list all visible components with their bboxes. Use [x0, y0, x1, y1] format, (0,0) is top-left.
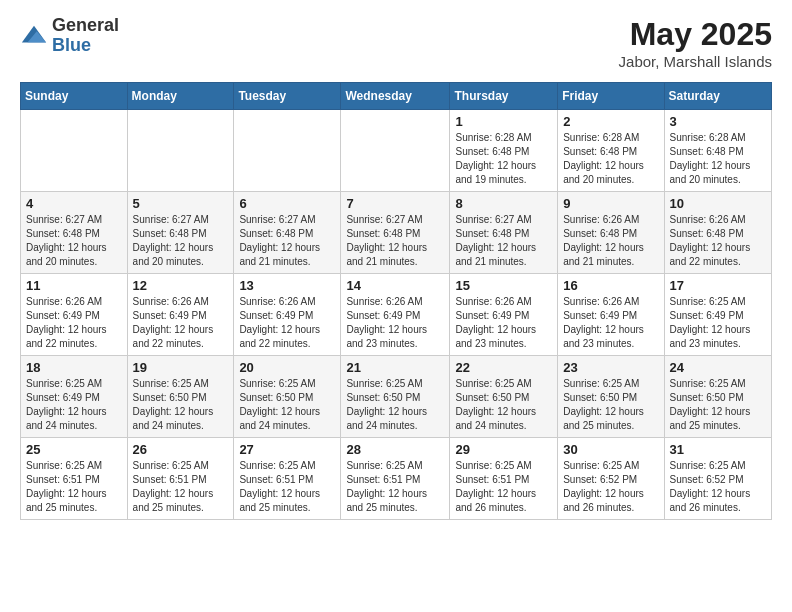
day-number: 14 [346, 278, 444, 293]
day-of-week-header: Tuesday [234, 83, 341, 110]
day-number: 17 [670, 278, 766, 293]
day-number: 15 [455, 278, 552, 293]
day-of-week-header: Wednesday [341, 83, 450, 110]
day-number: 12 [133, 278, 229, 293]
day-info: Sunrise: 6:25 AM Sunset: 6:50 PM Dayligh… [455, 377, 552, 433]
day-number: 7 [346, 196, 444, 211]
day-info: Sunrise: 6:25 AM Sunset: 6:52 PM Dayligh… [563, 459, 658, 515]
day-number: 13 [239, 278, 335, 293]
calendar-cell [127, 110, 234, 192]
calendar-cell: 2Sunrise: 6:28 AM Sunset: 6:48 PM Daylig… [558, 110, 664, 192]
day-number: 10 [670, 196, 766, 211]
calendar-cell: 3Sunrise: 6:28 AM Sunset: 6:48 PM Daylig… [664, 110, 771, 192]
calendar-cell: 29Sunrise: 6:25 AM Sunset: 6:51 PM Dayli… [450, 438, 558, 520]
day-number: 8 [455, 196, 552, 211]
calendar-cell: 18Sunrise: 6:25 AM Sunset: 6:49 PM Dayli… [21, 356, 128, 438]
day-number: 1 [455, 114, 552, 129]
calendar-table: SundayMondayTuesdayWednesdayThursdayFrid… [20, 82, 772, 520]
day-info: Sunrise: 6:26 AM Sunset: 6:49 PM Dayligh… [455, 295, 552, 351]
header: General Blue May 2025 Jabor, Marshall Is… [20, 16, 772, 70]
calendar-cell: 12Sunrise: 6:26 AM Sunset: 6:49 PM Dayli… [127, 274, 234, 356]
day-number: 22 [455, 360, 552, 375]
calendar-cell: 10Sunrise: 6:26 AM Sunset: 6:48 PM Dayli… [664, 192, 771, 274]
day-number: 11 [26, 278, 122, 293]
calendar-cell: 27Sunrise: 6:25 AM Sunset: 6:51 PM Dayli… [234, 438, 341, 520]
day-number: 6 [239, 196, 335, 211]
day-number: 29 [455, 442, 552, 457]
day-number: 16 [563, 278, 658, 293]
day-of-week-header: Thursday [450, 83, 558, 110]
day-info: Sunrise: 6:27 AM Sunset: 6:48 PM Dayligh… [346, 213, 444, 269]
day-number: 21 [346, 360, 444, 375]
day-info: Sunrise: 6:26 AM Sunset: 6:48 PM Dayligh… [670, 213, 766, 269]
day-info: Sunrise: 6:26 AM Sunset: 6:49 PM Dayligh… [563, 295, 658, 351]
day-info: Sunrise: 6:27 AM Sunset: 6:48 PM Dayligh… [133, 213, 229, 269]
day-number: 25 [26, 442, 122, 457]
calendar-week-row: 1Sunrise: 6:28 AM Sunset: 6:48 PM Daylig… [21, 110, 772, 192]
calendar-cell: 24Sunrise: 6:25 AM Sunset: 6:50 PM Dayli… [664, 356, 771, 438]
day-info: Sunrise: 6:26 AM Sunset: 6:49 PM Dayligh… [239, 295, 335, 351]
calendar-cell: 8Sunrise: 6:27 AM Sunset: 6:48 PM Daylig… [450, 192, 558, 274]
day-info: Sunrise: 6:28 AM Sunset: 6:48 PM Dayligh… [455, 131, 552, 187]
calendar-cell: 9Sunrise: 6:26 AM Sunset: 6:48 PM Daylig… [558, 192, 664, 274]
day-number: 18 [26, 360, 122, 375]
logo-icon [20, 22, 48, 50]
day-info: Sunrise: 6:25 AM Sunset: 6:51 PM Dayligh… [455, 459, 552, 515]
day-of-week-header: Monday [127, 83, 234, 110]
day-number: 30 [563, 442, 658, 457]
calendar-cell: 6Sunrise: 6:27 AM Sunset: 6:48 PM Daylig… [234, 192, 341, 274]
day-info: Sunrise: 6:27 AM Sunset: 6:48 PM Dayligh… [26, 213, 122, 269]
day-info: Sunrise: 6:28 AM Sunset: 6:48 PM Dayligh… [563, 131, 658, 187]
calendar-cell [341, 110, 450, 192]
day-number: 9 [563, 196, 658, 211]
calendar-cell [21, 110, 128, 192]
calendar-cell: 25Sunrise: 6:25 AM Sunset: 6:51 PM Dayli… [21, 438, 128, 520]
calendar-cell: 28Sunrise: 6:25 AM Sunset: 6:51 PM Dayli… [341, 438, 450, 520]
day-info: Sunrise: 6:26 AM Sunset: 6:49 PM Dayligh… [133, 295, 229, 351]
day-number: 31 [670, 442, 766, 457]
day-number: 2 [563, 114, 658, 129]
day-number: 26 [133, 442, 229, 457]
calendar-header-row: SundayMondayTuesdayWednesdayThursdayFrid… [21, 83, 772, 110]
day-number: 5 [133, 196, 229, 211]
calendar-week-row: 18Sunrise: 6:25 AM Sunset: 6:49 PM Dayli… [21, 356, 772, 438]
calendar-cell: 7Sunrise: 6:27 AM Sunset: 6:48 PM Daylig… [341, 192, 450, 274]
calendar-cell [234, 110, 341, 192]
page: General Blue May 2025 Jabor, Marshall Is… [0, 0, 792, 536]
day-info: Sunrise: 6:25 AM Sunset: 6:50 PM Dayligh… [239, 377, 335, 433]
logo-blue-label: Blue [52, 36, 119, 56]
day-info: Sunrise: 6:27 AM Sunset: 6:48 PM Dayligh… [239, 213, 335, 269]
day-number: 28 [346, 442, 444, 457]
day-info: Sunrise: 6:25 AM Sunset: 6:51 PM Dayligh… [239, 459, 335, 515]
logo: General Blue [20, 16, 119, 56]
calendar-cell: 4Sunrise: 6:27 AM Sunset: 6:48 PM Daylig… [21, 192, 128, 274]
calendar-cell: 22Sunrise: 6:25 AM Sunset: 6:50 PM Dayli… [450, 356, 558, 438]
calendar-cell: 23Sunrise: 6:25 AM Sunset: 6:50 PM Dayli… [558, 356, 664, 438]
calendar-cell: 13Sunrise: 6:26 AM Sunset: 6:49 PM Dayli… [234, 274, 341, 356]
calendar-cell: 21Sunrise: 6:25 AM Sunset: 6:50 PM Dayli… [341, 356, 450, 438]
calendar-cell: 15Sunrise: 6:26 AM Sunset: 6:49 PM Dayli… [450, 274, 558, 356]
month-title: May 2025 [619, 16, 772, 53]
day-number: 19 [133, 360, 229, 375]
day-info: Sunrise: 6:25 AM Sunset: 6:50 PM Dayligh… [670, 377, 766, 433]
calendar-week-row: 11Sunrise: 6:26 AM Sunset: 6:49 PM Dayli… [21, 274, 772, 356]
calendar-cell: 30Sunrise: 6:25 AM Sunset: 6:52 PM Dayli… [558, 438, 664, 520]
day-info: Sunrise: 6:25 AM Sunset: 6:49 PM Dayligh… [26, 377, 122, 433]
title-block: May 2025 Jabor, Marshall Islands [619, 16, 772, 70]
calendar-cell: 31Sunrise: 6:25 AM Sunset: 6:52 PM Dayli… [664, 438, 771, 520]
calendar-cell: 1Sunrise: 6:28 AM Sunset: 6:48 PM Daylig… [450, 110, 558, 192]
day-number: 20 [239, 360, 335, 375]
calendar-cell: 26Sunrise: 6:25 AM Sunset: 6:51 PM Dayli… [127, 438, 234, 520]
day-info: Sunrise: 6:25 AM Sunset: 6:51 PM Dayligh… [133, 459, 229, 515]
day-of-week-header: Friday [558, 83, 664, 110]
calendar-cell: 20Sunrise: 6:25 AM Sunset: 6:50 PM Dayli… [234, 356, 341, 438]
calendar-cell: 17Sunrise: 6:25 AM Sunset: 6:49 PM Dayli… [664, 274, 771, 356]
logo-text: General Blue [52, 16, 119, 56]
day-number: 23 [563, 360, 658, 375]
calendar-week-row: 25Sunrise: 6:25 AM Sunset: 6:51 PM Dayli… [21, 438, 772, 520]
day-number: 24 [670, 360, 766, 375]
day-info: Sunrise: 6:25 AM Sunset: 6:52 PM Dayligh… [670, 459, 766, 515]
day-info: Sunrise: 6:25 AM Sunset: 6:50 PM Dayligh… [133, 377, 229, 433]
calendar-cell: 19Sunrise: 6:25 AM Sunset: 6:50 PM Dayli… [127, 356, 234, 438]
day-info: Sunrise: 6:26 AM Sunset: 6:48 PM Dayligh… [563, 213, 658, 269]
